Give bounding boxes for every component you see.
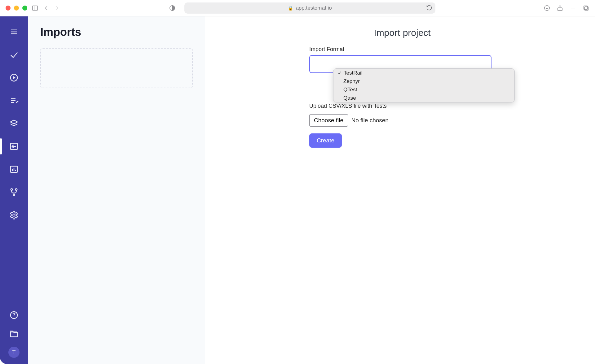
format-option-qtest[interactable]: QTest — [333, 85, 514, 94]
new-tab-icon[interactable] — [570, 5, 576, 11]
sidebar-toggle-icon[interactable] — [32, 5, 38, 11]
nav-runs-icon[interactable] — [8, 72, 20, 83]
format-option-qase[interactable]: Qase — [333, 94, 514, 102]
window-close-dot[interactable] — [6, 6, 11, 11]
import-format-label: Import Format — [309, 46, 495, 53]
nav-settings-icon[interactable] — [8, 210, 20, 221]
nav-suites-icon[interactable] — [8, 118, 20, 129]
svg-rect-7 — [584, 6, 588, 10]
imports-dropzone[interactable] — [40, 48, 193, 88]
svg-point-25 — [15, 189, 17, 191]
shield-icon[interactable] — [169, 5, 176, 11]
nav-tests-icon[interactable] — [8, 49, 20, 60]
upload-label: Upload CSV/XLS file with Tests — [309, 103, 495, 109]
sidebar: T — [0, 16, 28, 364]
window-zoom-dot[interactable] — [22, 6, 27, 11]
lock-icon: 🔒 — [288, 6, 293, 11]
imports-list-panel: Imports — [28, 16, 205, 364]
svg-rect-0 — [33, 6, 38, 11]
modal-title: Import project — [309, 28, 495, 38]
chrome-right-actions — [544, 5, 589, 11]
menu-icon[interactable] — [8, 26, 20, 37]
share-icon[interactable] — [557, 5, 563, 11]
format-option-testrail[interactable]: TestRail — [333, 69, 514, 77]
page-title: Imports — [40, 26, 193, 39]
tabs-overview-icon[interactable] — [583, 5, 589, 11]
nav-imports-icon[interactable] — [8, 141, 20, 152]
svg-point-30 — [14, 317, 14, 317]
projects-icon[interactable] — [8, 328, 20, 339]
address-text: app.testomat.io — [296, 5, 332, 11]
nav-branches-icon[interactable] — [8, 187, 20, 198]
help-icon[interactable] — [8, 310, 20, 321]
svg-marker-17 — [11, 120, 18, 124]
address-bar[interactable]: 🔒 app.testomat.io — [184, 2, 435, 14]
window-minimize-dot[interactable] — [14, 6, 19, 11]
nav-forward-icon — [54, 5, 61, 11]
avatar-letter: T — [12, 349, 16, 356]
browser-chrome: 🔒 app.testomat.io — [0, 0, 595, 16]
svg-point-24 — [11, 189, 13, 191]
nav-back-icon[interactable] — [43, 5, 50, 11]
import-format-dropdown[interactable]: TestRail Zephyr QTest Qase — [333, 68, 515, 102]
window-traffic-lights — [6, 6, 27, 11]
file-chosen-status: No file chosen — [351, 117, 389, 124]
svg-point-28 — [13, 214, 15, 216]
user-avatar[interactable]: T — [8, 347, 20, 358]
downloads-icon[interactable] — [544, 5, 550, 11]
svg-point-26 — [13, 194, 15, 196]
reload-icon[interactable] — [426, 5, 432, 12]
nav-plans-icon[interactable] — [8, 95, 20, 106]
create-button[interactable]: Create — [309, 133, 342, 148]
format-option-zephyr[interactable]: Zephyr — [333, 77, 514, 85]
svg-rect-8 — [584, 6, 588, 10]
choose-file-button[interactable]: Choose file — [309, 114, 348, 127]
svg-marker-13 — [13, 76, 16, 79]
nav-analytics-icon[interactable] — [8, 164, 20, 175]
